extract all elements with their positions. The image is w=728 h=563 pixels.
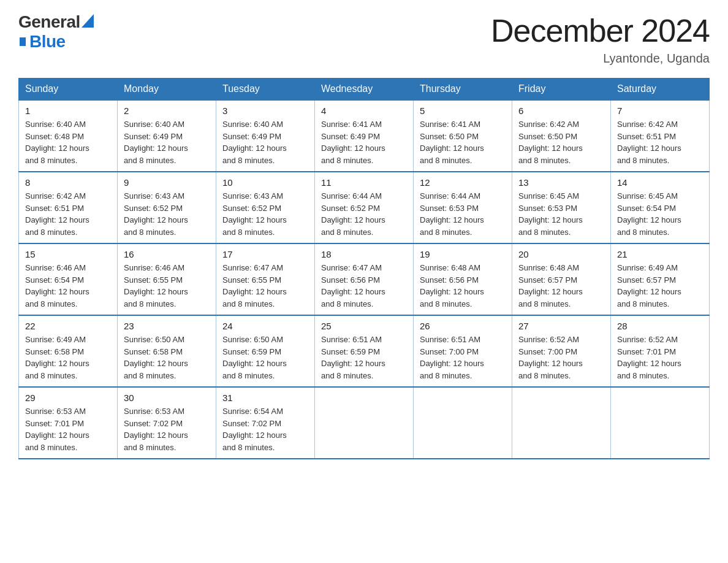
day-number: 9	[124, 177, 210, 188]
calendar-title: December 2024	[491, 12, 710, 49]
day-info: Sunrise: 6:46 AM Sunset: 6:54 PM Dayligh…	[25, 262, 111, 310]
day-number: 7	[617, 105, 703, 116]
day-info: Sunrise: 6:48 AM Sunset: 6:57 PM Dayligh…	[518, 262, 604, 310]
day-info: Sunrise: 6:49 AM Sunset: 6:57 PM Dayligh…	[617, 262, 703, 310]
logo-blue-text: Blue	[29, 32, 66, 52]
header-friday: Friday	[512, 79, 611, 101]
calendar-cell: 5 Sunrise: 6:41 AM Sunset: 6:50 PM Dayli…	[414, 100, 512, 172]
day-info: Sunrise: 6:53 AM Sunset: 7:01 PM Dayligh…	[25, 405, 111, 453]
calendar-cell: 14 Sunrise: 6:45 AM Sunset: 6:54 PM Dayl…	[611, 172, 710, 243]
day-number: 26	[420, 321, 506, 331]
week-row-4: 22 Sunrise: 6:49 AM Sunset: 6:58 PM Dayl…	[19, 315, 710, 387]
calendar-cell: 28 Sunrise: 6:52 AM Sunset: 7:01 PM Dayl…	[611, 315, 710, 387]
calendar-cell: 23 Sunrise: 6:50 AM Sunset: 6:58 PM Dayl…	[118, 315, 216, 387]
week-row-2: 8 Sunrise: 6:42 AM Sunset: 6:51 PM Dayli…	[19, 172, 710, 243]
day-info: Sunrise: 6:43 AM Sunset: 6:52 PM Dayligh…	[124, 190, 210, 238]
day-info: Sunrise: 6:45 AM Sunset: 6:54 PM Dayligh…	[617, 190, 703, 238]
day-info: Sunrise: 6:52 AM Sunset: 7:01 PM Dayligh…	[617, 334, 703, 381]
calendar-cell: 15 Sunrise: 6:46 AM Sunset: 6:54 PM Dayl…	[19, 243, 118, 315]
day-number: 29	[25, 393, 111, 403]
day-info: Sunrise: 6:48 AM Sunset: 6:56 PM Dayligh…	[420, 262, 506, 310]
header-saturday: Saturday	[611, 79, 710, 101]
day-number: 23	[124, 321, 210, 331]
day-info: Sunrise: 6:45 AM Sunset: 6:53 PM Dayligh…	[518, 190, 604, 238]
calendar-cell: 8 Sunrise: 6:42 AM Sunset: 6:51 PM Dayli…	[19, 172, 118, 243]
header-tuesday: Tuesday	[216, 79, 315, 101]
page-header: General Blue December 2024 Lyantonde, Ug…	[18, 12, 710, 66]
calendar-cell: 26 Sunrise: 6:51 AM Sunset: 7:00 PM Dayl…	[414, 315, 512, 387]
day-info: Sunrise: 6:51 AM Sunset: 6:59 PM Dayligh…	[321, 334, 407, 381]
day-number: 20	[518, 249, 604, 259]
day-number: 12	[420, 177, 506, 188]
day-info: Sunrise: 6:50 AM Sunset: 6:58 PM Dayligh…	[124, 334, 210, 381]
calendar-cell: 3 Sunrise: 6:40 AM Sunset: 6:49 PM Dayli…	[216, 100, 315, 172]
day-number: 22	[25, 321, 111, 331]
day-number: 15	[25, 249, 111, 259]
day-info: Sunrise: 6:43 AM Sunset: 6:52 PM Dayligh…	[222, 190, 308, 238]
logo: General Blue	[18, 12, 94, 52]
day-number: 6	[518, 105, 604, 116]
day-number: 19	[420, 249, 506, 259]
calendar-cell: 31 Sunrise: 6:54 AM Sunset: 7:02 PM Dayl…	[216, 387, 315, 459]
day-info: Sunrise: 6:42 AM Sunset: 6:50 PM Dayligh…	[518, 118, 604, 166]
day-info: Sunrise: 6:47 AM Sunset: 6:55 PM Dayligh…	[222, 262, 308, 310]
logo-blue-square-icon	[20, 37, 26, 46]
day-info: Sunrise: 6:49 AM Sunset: 6:58 PM Dayligh…	[25, 334, 111, 381]
day-number: 27	[518, 321, 604, 331]
calendar-cell: 17 Sunrise: 6:47 AM Sunset: 6:55 PM Dayl…	[216, 243, 315, 315]
day-info: Sunrise: 6:46 AM Sunset: 6:55 PM Dayligh…	[124, 262, 210, 310]
day-number: 1	[25, 105, 111, 116]
calendar-table: Sunday Monday Tuesday Wednesday Thursday…	[18, 78, 710, 459]
day-number: 25	[321, 321, 407, 331]
day-number: 13	[518, 177, 604, 188]
calendar-cell: 19 Sunrise: 6:48 AM Sunset: 6:56 PM Dayl…	[414, 243, 512, 315]
calendar-cell: 12 Sunrise: 6:44 AM Sunset: 6:53 PM Dayl…	[414, 172, 512, 243]
day-number: 8	[25, 177, 111, 188]
calendar-cell: 24 Sunrise: 6:50 AM Sunset: 6:59 PM Dayl…	[216, 315, 315, 387]
calendar-cell: 6 Sunrise: 6:42 AM Sunset: 6:50 PM Dayli…	[512, 100, 611, 172]
calendar-cell: 29 Sunrise: 6:53 AM Sunset: 7:01 PM Dayl…	[19, 387, 118, 459]
day-number: 4	[321, 105, 407, 116]
calendar-cell	[611, 387, 710, 459]
day-number: 16	[124, 249, 210, 259]
calendar-cell: 22 Sunrise: 6:49 AM Sunset: 6:58 PM Dayl…	[19, 315, 118, 387]
calendar-cell: 20 Sunrise: 6:48 AM Sunset: 6:57 PM Dayl…	[512, 243, 611, 315]
day-number: 17	[222, 249, 308, 259]
day-info: Sunrise: 6:40 AM Sunset: 6:49 PM Dayligh…	[222, 118, 308, 166]
calendar-cell: 16 Sunrise: 6:46 AM Sunset: 6:55 PM Dayl…	[118, 243, 216, 315]
header-thursday: Thursday	[414, 79, 512, 101]
header-sunday: Sunday	[19, 79, 118, 101]
day-info: Sunrise: 6:52 AM Sunset: 7:00 PM Dayligh…	[518, 334, 604, 381]
day-info: Sunrise: 6:54 AM Sunset: 7:02 PM Dayligh…	[222, 405, 308, 453]
calendar-cell: 1 Sunrise: 6:40 AM Sunset: 6:48 PM Dayli…	[19, 100, 118, 172]
day-number: 10	[222, 177, 308, 188]
calendar-cell: 11 Sunrise: 6:44 AM Sunset: 6:52 PM Dayl…	[315, 172, 414, 243]
day-number: 30	[124, 393, 210, 403]
calendar-cell: 25 Sunrise: 6:51 AM Sunset: 6:59 PM Dayl…	[315, 315, 414, 387]
day-info: Sunrise: 6:51 AM Sunset: 7:00 PM Dayligh…	[420, 334, 506, 381]
day-number: 31	[222, 393, 308, 403]
day-number: 3	[222, 105, 308, 116]
day-number: 2	[124, 105, 210, 116]
day-info: Sunrise: 6:40 AM Sunset: 6:48 PM Dayligh…	[25, 118, 111, 166]
header-wednesday: Wednesday	[315, 79, 414, 101]
svg-marker-0	[82, 14, 94, 28]
logo-general-text: General	[18, 12, 80, 32]
calendar-cell: 10 Sunrise: 6:43 AM Sunset: 6:52 PM Dayl…	[216, 172, 315, 243]
day-number: 18	[321, 249, 407, 259]
calendar-subtitle: Lyantonde, Uganda	[491, 52, 710, 66]
calendar-cell: 21 Sunrise: 6:49 AM Sunset: 6:57 PM Dayl…	[611, 243, 710, 315]
calendar-cell: 18 Sunrise: 6:47 AM Sunset: 6:56 PM Dayl…	[315, 243, 414, 315]
day-number: 11	[321, 177, 407, 188]
weekday-header-row: Sunday Monday Tuesday Wednesday Thursday…	[19, 79, 710, 101]
calendar-cell: 13 Sunrise: 6:45 AM Sunset: 6:53 PM Dayl…	[512, 172, 611, 243]
day-number: 24	[222, 321, 308, 331]
calendar-cell	[315, 387, 414, 459]
day-info: Sunrise: 6:40 AM Sunset: 6:49 PM Dayligh…	[124, 118, 210, 166]
day-number: 5	[420, 105, 506, 116]
day-info: Sunrise: 6:41 AM Sunset: 6:49 PM Dayligh…	[321, 118, 407, 166]
header-monday: Monday	[118, 79, 216, 101]
day-number: 21	[617, 249, 703, 259]
calendar-cell: 9 Sunrise: 6:43 AM Sunset: 6:52 PM Dayli…	[118, 172, 216, 243]
calendar-cell: 4 Sunrise: 6:41 AM Sunset: 6:49 PM Dayli…	[315, 100, 414, 172]
